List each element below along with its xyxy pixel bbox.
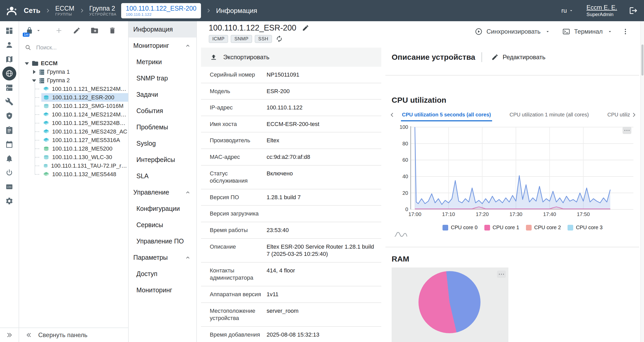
tree-group[interactable]: Группа 2 — [19, 76, 128, 85]
add-device-button[interactable] — [54, 25, 64, 36]
tree-guide — [35, 166, 39, 166]
tree-group[interactable]: Группа 1 — [19, 68, 128, 76]
svg-text:17:00: 17:00 — [408, 211, 421, 217]
breadcrumb-network[interactable]: Сеть — [24, 7, 40, 15]
rail-item-dashboard[interactable] — [2, 24, 16, 38]
cpu-utilization-chart[interactable]: 02040608010017:0017:1017:2017:3017:4017:… — [392, 123, 635, 219]
tree-device[interactable]: 100.110.1.126_MES2428_AC — [19, 127, 128, 136]
nav-list: ИнформацияМониторингМетрикиSNMP trapЗада… — [129, 21, 196, 298]
legend-item[interactable]: CPU core 2 — [526, 225, 561, 231]
tab-cpu-5s[interactable]: CPU utilization 5 seconds (all cores) — [401, 109, 492, 121]
rail-item-notifications[interactable] — [2, 151, 16, 166]
tree-device[interactable]: 100.110.1.132_MES5448 — [19, 170, 128, 179]
user-menu[interactable]: Eccm E. E. SuperAdmin — [586, 3, 617, 18]
nav-item[interactable]: Доступ — [129, 266, 196, 282]
tabs-scroll-right-button[interactable] — [630, 111, 638, 119]
user-name[interactable]: Eccm E. E. — [586, 3, 617, 11]
main-content: 100.110.1.122_ESR-200 ICMPSNMPSSH Синхро… — [197, 21, 640, 342]
tree-root[interactable]: ECCM — [19, 59, 128, 68]
rail-item-power[interactable] — [2, 166, 16, 180]
edit-description-button[interactable]: Редактировать — [488, 53, 549, 61]
nav-item[interactable]: Syslog — [129, 135, 196, 152]
nav-section[interactable]: Управление — [129, 184, 196, 200]
wrench-icon — [5, 98, 13, 106]
tree-device-selected[interactable]: 100.110.1.122_ESR-200 — [19, 93, 128, 102]
logout-button[interactable] — [628, 5, 639, 16]
search-input[interactable] — [35, 44, 122, 51]
nav-section[interactable]: Параметры — [129, 249, 196, 266]
edit-device-button[interactable] — [72, 26, 82, 35]
chevron-double-left-icon — [26, 332, 32, 338]
refresh-status-button[interactable] — [275, 35, 283, 43]
polling-interval-button[interactable]: 1m — [24, 25, 35, 36]
nav-item[interactable]: Конфигурации — [129, 200, 196, 217]
nav-section[interactable]: Мониторинг — [129, 38, 196, 54]
eccm-logo[interactable] — [5, 4, 18, 17]
breadcrumb-group[interactable]: Группа 2 УСТРОЙСТВА — [89, 5, 117, 16]
tree-collapse-bar[interactable]: Свернуть панель — [19, 328, 129, 342]
device-info-card: Экспортировать Серийный номерNP15011091М… — [201, 48, 381, 342]
breadcrumb-page[interactable]: Информация — [216, 7, 257, 15]
legend-swatch — [484, 225, 490, 231]
legend-item[interactable]: CPU core 3 — [568, 225, 602, 231]
chevron-left-icon — [389, 112, 395, 118]
nav-item[interactable]: Задачи — [129, 86, 196, 103]
info-label: MAC-адрес — [201, 153, 267, 161]
delete-device-button[interactable] — [107, 26, 117, 35]
ram-pie[interactable] — [418, 271, 480, 333]
tree-device[interactable]: 100.110.1.121_MES2124M_AC — [19, 85, 128, 93]
rail-item-settings[interactable] — [2, 194, 16, 208]
svg-text:17:30: 17:30 — [509, 211, 522, 217]
tree-device[interactable]: 100.110.1.130_WLC-30 — [19, 153, 128, 161]
rail-item-map[interactable] — [2, 52, 16, 66]
range-preview-icon[interactable] — [394, 231, 408, 237]
collapse-panel-label: Свернуть панель — [38, 331, 88, 339]
export-button[interactable]: Экспортировать — [201, 48, 381, 67]
tab-cpu-1m[interactable]: CPU utilization 1 minute (all cores) — [509, 109, 590, 121]
nav-item[interactable]: Сервисы — [129, 217, 196, 233]
tree-device[interactable]: 100.110.1.125_MES2324B_AC — [19, 119, 128, 127]
nav-item[interactable]: SLA — [129, 168, 196, 184]
rail-item-inventory[interactable] — [2, 80, 16, 95]
rail-item-tasks[interactable] — [2, 123, 16, 137]
chevron-double-right-icon — [6, 332, 13, 338]
folder-plus-icon — [90, 26, 99, 35]
tree-device[interactable]: 100.110.1.131_TAU-72.IP_rev.D_AC — [19, 161, 128, 170]
scrollbar-track[interactable] — [640, 21, 644, 342]
tree-device[interactable]: 100.110.1.127_MES5316A — [19, 136, 128, 144]
nav-item[interactable]: Метрики — [129, 54, 196, 70]
legend-item[interactable]: CPU core 0 — [443, 225, 477, 231]
tabs-scroll-left-button[interactable] — [388, 111, 396, 119]
nav-item[interactable]: Мониторинг — [129, 282, 196, 298]
tabs-strip: CPU utilization 5 seconds (all cores) CP… — [401, 109, 630, 121]
user-icon — [5, 41, 13, 49]
nav-item[interactable]: SNMP trap — [129, 70, 196, 86]
rail-item-accounts[interactable] — [2, 38, 16, 52]
nav-item[interactable]: Проблемы — [129, 119, 196, 135]
ram-chart-menu-button[interactable] — [497, 271, 506, 278]
rail-item-logs[interactable]: LOG — [2, 180, 16, 194]
nav-item[interactable]: Управление ПО — [129, 233, 196, 249]
cpu-chart-menu-button[interactable] — [623, 127, 631, 134]
expand-rail-button[interactable] — [5, 331, 13, 339]
add-group-button[interactable] — [89, 25, 100, 36]
tree-device[interactable]: 100.110.1.123_SMG-1016M — [19, 102, 128, 110]
rail-item-security[interactable] — [2, 109, 16, 123]
legend-item[interactable]: CPU core 1 — [484, 225, 519, 231]
tree-device[interactable]: 100.110.1.124_MES2124M_AC — [19, 110, 128, 119]
breadcrumb-group-root[interactable]: ECCM ГРУППЫ — [55, 5, 74, 16]
breadcrumb-device-current[interactable]: 100.110.1.122_ESR-200 100.110.1.122 — [121, 3, 201, 18]
nav-item[interactable]: Информация — [129, 21, 196, 38]
tree-device[interactable]: 100.110.1.128_ME5200 — [19, 144, 128, 153]
tab-cpu-5m[interactable]: CPU utilizatio — [606, 109, 630, 121]
ellipsis-icon — [624, 129, 630, 131]
nav-item[interactable]: Интерфейсы — [129, 152, 196, 168]
rail-item-network[interactable] — [2, 66, 16, 80]
nav-item[interactable]: События — [129, 103, 196, 119]
polling-interval-caret[interactable] — [35, 27, 42, 34]
rail-item-tools[interactable] — [2, 95, 16, 109]
scrollbar-thumb[interactable] — [641, 44, 643, 76]
rail-item-calendar[interactable] — [2, 137, 16, 151]
language-selector[interactable]: ru — [561, 7, 573, 14]
rename-device-button[interactable] — [301, 24, 310, 32]
